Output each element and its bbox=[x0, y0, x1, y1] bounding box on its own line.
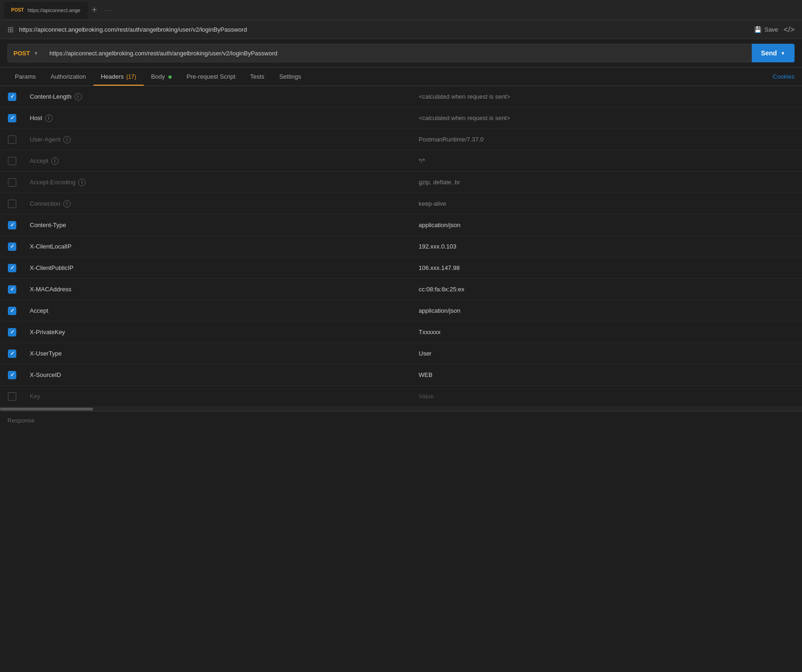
table-row: X-PrivateKeyTxxxxxx bbox=[0, 322, 802, 343]
tab-settings-label: Settings bbox=[279, 73, 301, 80]
save-button[interactable]: 💾 Save bbox=[754, 26, 778, 33]
header-value-cell: <calculated when request is sent> bbox=[413, 88, 802, 105]
tab-url: https://apiconnect.ange bbox=[27, 7, 80, 13]
url-bar: ⊞ https://apiconnect.angelbroking.com/re… bbox=[0, 20, 802, 39]
table-row: Content-Typeapplication/json bbox=[0, 215, 802, 236]
header-key-cell: X-PrivateKey bbox=[24, 324, 413, 340]
send-label: Send bbox=[761, 49, 777, 57]
tab-body[interactable]: Body bbox=[144, 67, 179, 86]
header-row-checkbox[interactable] bbox=[8, 135, 16, 144]
header-value-cell: keep-alive bbox=[413, 195, 802, 212]
info-icon[interactable]: i bbox=[45, 114, 53, 122]
body-active-dot bbox=[168, 75, 172, 79]
header-key-text: X-SourceID bbox=[30, 371, 61, 378]
tab-params-label: Params bbox=[15, 73, 36, 80]
header-row-checkbox[interactable] bbox=[8, 371, 16, 379]
url-input[interactable] bbox=[44, 44, 752, 62]
current-tab[interactable]: POST https://apiconnect.ange bbox=[4, 2, 88, 19]
save-icon: 💾 bbox=[754, 26, 762, 33]
table-row: X-SourceIDWEB bbox=[0, 364, 802, 386]
header-row-checkbox[interactable] bbox=[8, 157, 16, 165]
tab-params[interactable]: Params bbox=[7, 67, 43, 86]
row-checkbox-cell bbox=[0, 371, 24, 379]
method-select[interactable]: POST ▼ bbox=[7, 44, 44, 62]
row-checkbox-cell bbox=[0, 328, 24, 336]
tab-authorization[interactable]: Authorization bbox=[43, 67, 94, 86]
header-key-text: Accept-Encoding bbox=[30, 179, 75, 186]
table-row: User-AgentiPostmanRuntime/7.37.0 bbox=[0, 129, 802, 150]
row-checkbox-cell bbox=[0, 392, 24, 401]
row-checkbox-cell bbox=[0, 264, 24, 272]
header-key-text[interactable]: Key bbox=[30, 393, 40, 400]
header-value-cell: application/json bbox=[413, 217, 802, 233]
header-row-checkbox[interactable] bbox=[8, 307, 16, 315]
response-label: Response bbox=[7, 417, 35, 424]
header-row-checkbox[interactable] bbox=[8, 392, 16, 401]
send-button[interactable]: Send ▼ bbox=[752, 44, 795, 62]
tab-method-badge: POST bbox=[11, 7, 24, 13]
method-label: POST bbox=[13, 50, 30, 57]
send-chevron-icon: ▼ bbox=[781, 51, 785, 56]
header-row-checkbox[interactable] bbox=[8, 242, 16, 251]
header-row-checkbox[interactable] bbox=[8, 178, 16, 187]
info-icon[interactable]: i bbox=[63, 136, 71, 143]
header-row-checkbox[interactable] bbox=[8, 285, 16, 294]
tab-pre-request[interactable]: Pre-request Script bbox=[179, 67, 243, 86]
method-chevron-icon: ▼ bbox=[33, 51, 38, 56]
table-row: X-UserTypeUser bbox=[0, 343, 802, 364]
cookies-link[interactable]: Cookies bbox=[773, 67, 795, 86]
tab-bar: POST https://apiconnect.ange + ··· bbox=[0, 0, 802, 20]
header-key-cell: Accepti bbox=[24, 153, 413, 169]
header-key-cell: X-ClientPublicIP bbox=[24, 260, 413, 276]
tab-body-label: Body bbox=[151, 73, 165, 80]
header-key-cell: X-ClientLocalIP bbox=[24, 238, 413, 255]
request-bar: POST ▼ Send ▼ bbox=[0, 39, 802, 67]
row-checkbox-cell bbox=[0, 200, 24, 208]
save-label: Save bbox=[764, 26, 778, 33]
header-row-checkbox[interactable] bbox=[8, 328, 16, 336]
header-key-text: Content-Length bbox=[30, 93, 72, 100]
header-row-checkbox[interactable] bbox=[8, 349, 16, 358]
header-value-cell: Txxxxxx bbox=[413, 324, 802, 340]
header-row-checkbox[interactable] bbox=[8, 264, 16, 272]
header-value-cell: WEB bbox=[413, 367, 802, 383]
header-key-text: X-ClientPublicIP bbox=[30, 264, 74, 271]
more-tabs-button[interactable]: ··· bbox=[101, 5, 116, 15]
header-value-cell: <calculated when request is sent> bbox=[413, 110, 802, 126]
header-key-cell: X-MACAddress bbox=[24, 281, 413, 297]
add-tab-button[interactable]: + bbox=[88, 3, 101, 17]
header-key-text: Accept bbox=[30, 307, 48, 314]
code-icon[interactable]: </> bbox=[784, 26, 795, 34]
row-checkbox-cell bbox=[0, 157, 24, 165]
info-icon[interactable]: i bbox=[78, 179, 86, 186]
horizontal-scrollbar[interactable] bbox=[0, 407, 802, 411]
header-row-checkbox[interactable] bbox=[8, 200, 16, 208]
header-value-cell: PostmanRuntime/7.37.0 bbox=[413, 131, 802, 148]
table-row: Connectionikeep-alive bbox=[0, 193, 802, 215]
header-row-checkbox[interactable] bbox=[8, 114, 16, 122]
header-row-checkbox[interactable] bbox=[8, 93, 16, 101]
info-icon[interactable]: i bbox=[74, 93, 82, 101]
header-key-cell: Key bbox=[24, 388, 413, 404]
collection-icon: ⊞ bbox=[7, 25, 13, 34]
tab-authorization-label: Authorization bbox=[51, 73, 86, 80]
header-row-checkbox[interactable] bbox=[8, 221, 16, 229]
table-row: Accepti*/* bbox=[0, 150, 802, 172]
tab-tests[interactable]: Tests bbox=[243, 67, 272, 86]
header-key-text: User-Agent bbox=[30, 136, 60, 143]
header-key-text: Connection bbox=[30, 200, 60, 207]
header-value-cell[interactable]: Value bbox=[413, 388, 802, 404]
tab-tests-label: Tests bbox=[250, 73, 264, 80]
info-icon[interactable]: i bbox=[51, 157, 59, 165]
tab-headers[interactable]: Headers (17) bbox=[94, 67, 144, 86]
header-value-cell: 106.xxx.147.98 bbox=[413, 260, 802, 276]
row-checkbox-cell bbox=[0, 114, 24, 122]
header-value-cell: User bbox=[413, 345, 802, 362]
header-key-cell: Content-Type bbox=[24, 217, 413, 233]
info-icon[interactable]: i bbox=[63, 200, 71, 208]
row-checkbox-cell bbox=[0, 93, 24, 101]
header-value-cell: application/json bbox=[413, 302, 802, 319]
tab-headers-label: Headers bbox=[101, 73, 124, 80]
header-key-text: X-UserType bbox=[30, 350, 62, 357]
tab-settings[interactable]: Settings bbox=[272, 67, 308, 86]
